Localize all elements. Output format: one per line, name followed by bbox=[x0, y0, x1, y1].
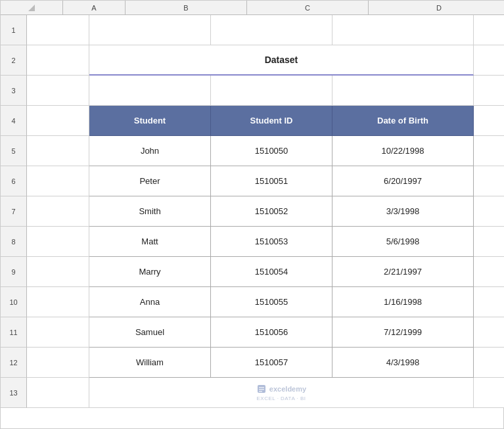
row-1: 1 bbox=[1, 15, 503, 45]
cell-12d-dob[interactable]: 4/3/1998 bbox=[332, 348, 474, 378]
cell-4e[interactable] bbox=[474, 106, 504, 136]
row-num-11: 11 bbox=[1, 317, 27, 348]
table-header-dob: Date of Birth bbox=[332, 106, 474, 136]
cell-5c-id[interactable]: 1510050 bbox=[211, 136, 332, 166]
cell-10c-id[interactable]: 1510055 bbox=[211, 287, 332, 317]
row-num-6: 6 bbox=[1, 166, 27, 196]
cell-10e[interactable] bbox=[474, 287, 504, 317]
cell-5e[interactable] bbox=[474, 136, 504, 166]
cell-4a[interactable] bbox=[27, 106, 89, 136]
cell-6d-dob[interactable]: 6/20/1997 bbox=[332, 166, 474, 196]
row-12: 12 William 1510057 4/3/1998 bbox=[1, 348, 503, 378]
row-num-9: 9 bbox=[1, 257, 27, 287]
row-5: 5 John 1510050 10/22/1998 bbox=[1, 136, 503, 166]
cell-9d-dob[interactable]: 2/21/1997 bbox=[332, 257, 474, 287]
col-header-a[interactable]: A bbox=[63, 1, 126, 15]
row-num-5: 5 bbox=[1, 136, 27, 166]
cell-7a[interactable] bbox=[27, 196, 89, 227]
row-7: 7 Smith 1510052 3/3/1998 bbox=[1, 196, 503, 227]
cell-3e[interactable] bbox=[474, 76, 504, 106]
cell-3b[interactable] bbox=[89, 76, 211, 106]
cell-10d-dob[interactable]: 1/16/1998 bbox=[332, 287, 474, 317]
svg-marker-0 bbox=[28, 5, 35, 11]
row-num-10: 10 bbox=[1, 287, 27, 317]
cell-11e[interactable] bbox=[474, 317, 504, 348]
cell-6a[interactable] bbox=[27, 166, 89, 196]
cell-7e[interactable] bbox=[474, 196, 504, 227]
cell-3d[interactable] bbox=[332, 76, 474, 106]
cell-2a[interactable] bbox=[27, 45, 89, 76]
cell-8d-dob[interactable]: 5/6/1998 bbox=[332, 227, 474, 257]
row-num-13: 13 bbox=[1, 378, 27, 408]
cell-3a[interactable] bbox=[27, 76, 89, 106]
watermark-cell: exceldemy EXCEL · DATA · BI bbox=[89, 378, 474, 408]
row-3: 3 bbox=[1, 76, 503, 106]
watermark-logo-text: exceldemy bbox=[269, 385, 306, 393]
cell-1b[interactable] bbox=[89, 15, 211, 45]
spreadsheet: A B C D E 1 2 Dataset 3 4 Student Stude bbox=[0, 0, 504, 429]
cell-13a[interactable] bbox=[27, 378, 89, 408]
row-6: 6 Peter 1510051 6/20/1997 bbox=[1, 166, 503, 196]
watermark-icon bbox=[256, 384, 267, 394]
col-header-c[interactable]: C bbox=[247, 1, 369, 15]
cell-8b-name[interactable]: Matt bbox=[89, 227, 211, 257]
cell-12b-name[interactable]: William bbox=[89, 348, 211, 378]
row-2: 2 Dataset bbox=[1, 45, 503, 76]
cell-5d-dob[interactable]: 10/22/1998 bbox=[332, 136, 474, 166]
row-num-4: 4 bbox=[1, 106, 27, 136]
cell-6c-id[interactable]: 1510051 bbox=[211, 166, 332, 196]
cell-2e[interactable] bbox=[474, 45, 504, 76]
cell-7c-id[interactable]: 1510052 bbox=[211, 196, 332, 227]
svg-rect-3 bbox=[259, 389, 264, 390]
cell-11d-dob[interactable]: 7/12/1999 bbox=[332, 317, 474, 348]
col-header-d[interactable]: D bbox=[369, 1, 504, 15]
cell-5b-name[interactable]: John bbox=[89, 136, 211, 166]
cell-11a[interactable] bbox=[27, 317, 89, 348]
cell-6e[interactable] bbox=[474, 166, 504, 196]
table-header-student-id: Student ID bbox=[211, 106, 332, 136]
cell-7b-name[interactable]: Smith bbox=[89, 196, 211, 227]
cell-10a[interactable] bbox=[27, 287, 89, 317]
row-num-8: 8 bbox=[1, 227, 27, 257]
dataset-title-cell[interactable]: Dataset bbox=[89, 45, 474, 76]
cell-1e[interactable] bbox=[474, 15, 504, 45]
table-header-student: Student bbox=[89, 106, 211, 136]
cell-5a[interactable] bbox=[27, 136, 89, 166]
cell-12e[interactable] bbox=[474, 348, 504, 378]
svg-rect-4 bbox=[259, 391, 262, 392]
row-13: 13 exceldemy EXCEL · DATA · BI bbox=[1, 378, 503, 408]
row-10: 10 Anna 1510055 1/16/1998 bbox=[1, 287, 503, 317]
col-header-b[interactable]: B bbox=[126, 1, 247, 15]
svg-rect-2 bbox=[259, 387, 264, 388]
cell-1a[interactable] bbox=[27, 15, 89, 45]
cell-13e[interactable] bbox=[474, 378, 504, 408]
cell-11c-id[interactable]: 1510056 bbox=[211, 317, 332, 348]
cell-1c[interactable] bbox=[211, 15, 332, 45]
cell-8c-id[interactable]: 1510053 bbox=[211, 227, 332, 257]
row-9: 9 Marry 1510054 2/21/1997 bbox=[1, 257, 503, 287]
dataset-title: Dataset bbox=[265, 55, 298, 65]
cell-9e[interactable] bbox=[474, 257, 504, 287]
row-num-7: 7 bbox=[1, 196, 27, 227]
row-11: 11 Samuel 1510056 7/12/1999 bbox=[1, 317, 503, 348]
cell-11b-name[interactable]: Samuel bbox=[89, 317, 211, 348]
cell-12a[interactable] bbox=[27, 348, 89, 378]
corner-cell bbox=[1, 1, 63, 15]
watermark-sub-text: EXCEL · DATA · BI bbox=[256, 395, 306, 401]
cell-1d[interactable] bbox=[332, 15, 474, 45]
row-4-table-header: 4 Student Student ID Date of Birth bbox=[1, 106, 503, 136]
cell-9a[interactable] bbox=[27, 257, 89, 287]
cell-12c-id[interactable]: 1510057 bbox=[211, 348, 332, 378]
watermark-content: exceldemy EXCEL · DATA · BI bbox=[256, 384, 306, 401]
cell-6b-name[interactable]: Peter bbox=[89, 166, 211, 196]
cell-9b-name[interactable]: Marry bbox=[89, 257, 211, 287]
cell-8a[interactable] bbox=[27, 227, 89, 257]
cell-3c[interactable] bbox=[211, 76, 332, 106]
row-num-12: 12 bbox=[1, 348, 27, 378]
row-8: 8 Matt 1510053 5/6/1998 bbox=[1, 227, 503, 257]
cell-7d-dob[interactable]: 3/3/1998 bbox=[332, 196, 474, 227]
row-num-2: 2 bbox=[1, 45, 27, 76]
cell-10b-name[interactable]: Anna bbox=[89, 287, 211, 317]
cell-9c-id[interactable]: 1510054 bbox=[211, 257, 332, 287]
cell-8e[interactable] bbox=[474, 227, 504, 257]
